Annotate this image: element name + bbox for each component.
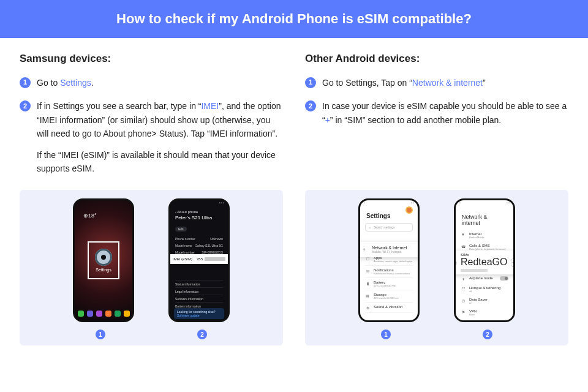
search-placeholder: Search settings	[374, 225, 394, 229]
add-sim-plus-icon: +	[511, 258, 515, 267]
row-label: Private DNS	[469, 321, 489, 322]
imei-link[interactable]: IMEI	[201, 101, 219, 111]
row-val: Unknown	[210, 237, 223, 241]
dock	[75, 311, 132, 317]
hotspot-icon: ☷	[461, 287, 466, 291]
samsung-heading: Samsung devices:	[20, 53, 283, 65]
list-item: ◴Data Saveron	[461, 295, 508, 307]
list-item: ▼InternetRedteaMobile	[461, 230, 508, 241]
android-mock-group: •• • Settings ⌕ Search settings ᯤ Networ…	[305, 190, 568, 345]
row-sub: None	[469, 313, 477, 316]
dock-app-icon	[105, 311, 111, 317]
search-settings: ⌕ Search settings	[365, 223, 413, 232]
page-header: How to check if my Android Phone is eSIM…	[0, 0, 588, 38]
toggle-icon	[500, 276, 508, 281]
row-val: Galaxy S21 Ultra 5G	[195, 244, 223, 247]
row-label: Airplane mode	[469, 276, 493, 280]
status-bar: •• •	[360, 200, 418, 206]
android-phone-2: •• • Network & internet ▼InternetRedteaM…	[454, 198, 515, 322]
android-phone-1: •• • Settings ⌕ Search settings ᯤ Networ…	[358, 198, 420, 322]
device-name: Peter's S21 Ultra	[170, 215, 228, 222]
more-list: Status information Legal information Sof…	[175, 280, 223, 309]
dock-app-icon	[87, 311, 93, 317]
internet-icon: ▼	[461, 233, 466, 236]
row-sub: Notification history, conversations	[374, 272, 410, 275]
edit-button: Edit	[175, 227, 187, 232]
ni-list-bottom: ✈Airplane mode ☷Hotspot & tetheringoff ◴…	[456, 274, 513, 322]
row-sub: 46% used - 64 GB free	[374, 296, 399, 300]
text: Go to	[37, 78, 60, 88]
storage-icon: ▤	[365, 293, 370, 298]
network-internet-title: Network & internet	[456, 206, 513, 230]
imei-esim-callout: IMEI (eSIM) 355	[168, 254, 230, 264]
apps-icon: ☐	[365, 257, 370, 261]
weather-widget: ⊕18°	[83, 213, 97, 219]
about-phone-header: ‹ About phone	[170, 206, 228, 215]
list-item: ⌂Private DNS	[461, 318, 508, 322]
settings-icon-highlight: Settings	[88, 241, 119, 279]
list-item: ✈Airplane mode	[461, 274, 508, 284]
list-item: ✉NotificationsNotification history, conv…	[365, 266, 413, 278]
row-label: Data Saver	[469, 298, 488, 301]
row-sub: 62% - Until 8:45 PM	[374, 284, 396, 287]
list-item: ⚑VPNNone	[461, 307, 508, 318]
row-sub: on	[469, 301, 488, 304]
step-body: In case your device is eSIM capable you …	[322, 99, 568, 127]
mock-number-badge: 1	[96, 330, 105, 339]
search-icon: ⌕	[369, 225, 371, 229]
list-item: Software information	[175, 295, 223, 302]
step-body: If in Settings you see a search bar, typ…	[37, 99, 283, 175]
android-step-2: 2 In case your device is eSIM capable yo…	[305, 99, 568, 127]
dock-app-icon	[115, 311, 121, 317]
dock-app-icon	[96, 311, 102, 317]
list-item: Legal information	[175, 287, 223, 295]
calls-icon: ☎	[461, 244, 466, 249]
text: ” in “SIM” section to add another mobile…	[330, 115, 501, 125]
step-number-badge: 2	[305, 100, 316, 111]
row-sub: Assistant, recent apps, default apps	[374, 260, 412, 263]
network-internet-link[interactable]: Network & internet	[412, 78, 483, 88]
network-internet-callout: ᯤ Network & internet Mobile, Wi-Fi, hots…	[358, 242, 420, 257]
sound-icon: ⚙	[365, 306, 370, 310]
status-bar: •• •	[456, 200, 513, 206]
list-item: ▤Storage46% used - 64 GB free	[365, 290, 413, 303]
row-label: Hotspot & tethering	[469, 286, 500, 290]
masked-value	[205, 257, 225, 261]
samsung-phone-1: •• • • ⊕18° Settings	[73, 198, 134, 322]
sims-sub: RedteaGO	[461, 257, 507, 268]
samsung-column: Samsung devices: 1 Go to Settings. 2 If …	[20, 53, 283, 185]
suggestion-card: Looking for something else? Software upd…	[174, 308, 224, 319]
plus-link[interactable]: +	[325, 115, 330, 125]
datasaver-icon: ◴	[461, 298, 466, 303]
settings-list: ☐AppsAssistant, recent apps, default app…	[360, 254, 418, 313]
gear-icon	[95, 249, 112, 266]
sims-callout: ▥ SIMs RedteaGO +	[454, 251, 515, 274]
row-label: Sound & vibration	[374, 305, 402, 309]
step-number-badge: 1	[305, 77, 316, 88]
row-sub: RedteaMobile	[469, 236, 484, 239]
row-key: Model number	[175, 251, 195, 254]
mock-number-badge: 1	[381, 330, 391, 339]
vpn-icon: ⚑	[461, 310, 466, 314]
settings-link[interactable]: Settings	[60, 78, 91, 88]
callout-label: IMEI (eSIM)	[173, 257, 192, 261]
row-key: Model name	[175, 244, 192, 247]
airplane-icon: ✈	[461, 277, 466, 281]
mock-labels: 1 2	[96, 330, 207, 339]
mock-number-badge: 2	[483, 330, 492, 339]
dock-app-icon	[78, 311, 84, 317]
samsung-phone-2: • • • ‹ About phone Peter's S21 Ultra Ed…	[168, 198, 230, 322]
android-heading: Other Android devices:	[305, 53, 568, 65]
list-item: ☷Hotspot & tetheringoff	[461, 284, 508, 295]
step-number-badge: 2	[20, 100, 31, 111]
samsung-mock-group: •• • • ⊕18° Settings • • • ‹ Ab	[20, 190, 283, 345]
dock-app-icon	[124, 311, 130, 317]
step-body: Go to Settings.	[37, 76, 283, 89]
page-title: How to check if my Android Phone is eSIM…	[116, 11, 472, 26]
list-item: ▮Battery62% - Until 8:45 PM	[365, 278, 413, 290]
android-column: Other Android devices: 1 Go to Settings,…	[305, 53, 568, 185]
callout-label: Network & internet	[372, 246, 407, 250]
text: .	[91, 78, 94, 88]
row-val: SM-G998U2DS	[202, 251, 223, 254]
cta-sub: Software update	[177, 314, 221, 317]
